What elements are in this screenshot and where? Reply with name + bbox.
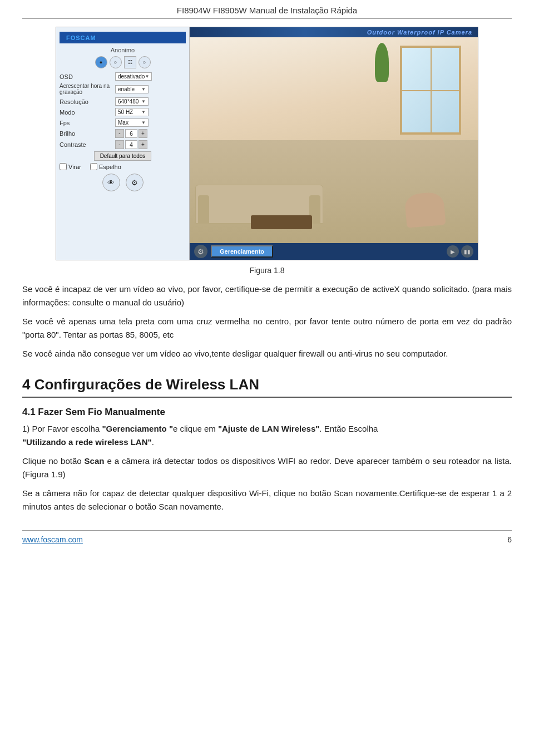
contrast-minus[interactable]: - [115,140,124,149]
resolution-label: Resolução [60,98,115,105]
cam-radio-btn-1[interactable]: ● [95,56,107,68]
osd-value[interactable]: desativado ▼ [115,72,152,81]
resolution-value[interactable]: 640*480 ▼ [115,97,149,106]
mirror-checkbox-label[interactable]: Espelho [90,163,121,170]
figure-caption: Figura 1.8 [22,266,512,275]
osd-label: OSD [60,73,115,80]
room-coffee-table [251,215,312,229]
fps-value[interactable]: Max ▼ [115,118,149,127]
add-time-row: Acrescentar hora na gravação enable ▼ [60,83,186,95]
sofa-arm-left [198,195,209,223]
brightness-label: Brilho [60,130,115,137]
osd-arrow: ▼ [145,74,149,79]
mode-arrow: ▼ [141,110,146,115]
page-title: FI8904W FI8905W Manual de Instalação Ráp… [177,6,357,15]
brightness-row: Brilho - 6 + [60,129,186,138]
cam-settings-icon[interactable]: ⚙ [126,174,144,191]
mode-label: Modo [60,109,115,116]
cam-video-area [190,37,478,243]
cam-bottom-icons: 👁 ⚙ [60,174,186,191]
brightness-ctrl: - 6 + [115,129,147,138]
contrast-row: Contraste - 4 + [60,140,186,149]
mode-value[interactable]: 50 HZ ▼ [115,108,149,116]
resolution-arrow: ▼ [141,99,146,104]
ajuste-bold: "Ajuste de LAN Wireless" [218,424,319,433]
cam-ctrl-btn-2[interactable]: ▮▮ [461,245,473,258]
contrast-value: 4 [125,140,137,149]
contrast-ctrl: - 4 + [115,140,147,149]
scan-paragraph: Clique no botão Scan e a câmera irá dete… [22,454,512,481]
contrast-label: Contraste [60,141,115,148]
cam-gear-icon[interactable]: ⚙ [194,245,207,258]
fps-arrow: ▼ [141,120,146,125]
page-footer: www.foscam.com 6 [22,530,512,547]
section-heading: 4 Confirgurações de Wireless LAN [22,376,512,398]
flip-checkbox-label[interactable]: Virar [60,163,81,170]
footer-link[interactable]: www.foscam.com [22,535,83,544]
fps-label: Fps [60,120,115,126]
cam-bottom-bar: ⚙ Gerenciamento ▶ ▮▮ [190,243,478,260]
mode-row: Modo 50 HZ ▼ [60,108,186,116]
fps-row: Fps Max ▼ [60,118,186,127]
subsection-heading: 4.1 Fazer Sem Fio Manualmente [22,407,512,418]
foscam-logo: FOSCAM [60,32,186,43]
camera-screenshot: FOSCAM Anonimo ● ○ ☷ ○ OSD desativado ▼ … [56,27,478,260]
add-time-value[interactable]: enable ▼ [115,85,149,93]
scan-prefix: Clique no botão [22,456,85,466]
cam-grid-btn[interactable]: ☷ [124,56,136,68]
brightness-value: 6 [125,129,137,138]
default-button[interactable]: Default para todos [94,151,152,161]
cam-icon-row: ● ○ ☷ ○ [60,56,186,68]
brightness-plus[interactable]: + [139,129,147,138]
anon-label: Anonimo [60,47,186,53]
cam-eye-icon[interactable]: 👁 [102,174,120,191]
add-time-arrow: ▼ [141,87,146,92]
camera-sidebar: FOSCAM Anonimo ● ○ ☷ ○ OSD desativado ▼ … [56,27,190,260]
management-bold: "Gerenciamento " [102,424,173,433]
cam-top-bar: Outdoor Waterproof IP Camera [190,27,478,37]
page-number: 6 [507,535,512,544]
add-time-label: Acrescentar hora na gravação [60,83,115,95]
osd-row: OSD desativado ▼ [60,72,186,81]
flip-checkbox[interactable] [60,163,67,170]
body-paragraph-2: Se você vê apenas uma tela preta com uma… [22,315,512,342]
para2-text: Se você vê apenas uma tela preta com uma… [22,317,512,339]
body-paragraph-3: Se você ainda não consegue ver um vídeo … [22,347,512,360]
using-wireless-bold: "Utilizando a rede wireless LAN" [22,437,152,447]
flip-mirror-row: Virar Espelho [60,163,186,170]
room-plant [375,43,389,82]
room-window [400,46,461,135]
camera-main-area: Outdoor Waterproof IP Camera [190,27,478,260]
cam-radio-btn-2[interactable]: ○ [110,56,122,68]
management-button[interactable]: Gerenciamento [211,245,273,258]
resolution-row: Resolução 640*480 ▼ [60,97,186,106]
scan-word: Scan [85,456,105,466]
contrast-plus[interactable]: + [139,140,147,149]
body-paragraph-1: Se você é incapaz de ver um vídeo ao viv… [22,283,512,309]
brightness-minus[interactable]: - [115,129,124,138]
cam-right-buttons: ▶ ▮▮ [447,245,473,258]
mirror-checkbox[interactable] [90,163,97,170]
page-header: FI8904W FI8905W Manual de Instalação Ráp… [22,0,512,19]
cam-ctrl-btn-1[interactable]: ▶ [447,245,459,258]
room-chair [404,191,446,228]
cam-radio-btn-3[interactable]: ○ [139,56,151,68]
detect-paragraph: Se a câmera não for capaz de detectar qu… [22,487,512,513]
step1-paragraph: 1) Por Favor escolha "Gerenciamento "e c… [22,422,512,449]
window-divider-v [431,48,432,132]
